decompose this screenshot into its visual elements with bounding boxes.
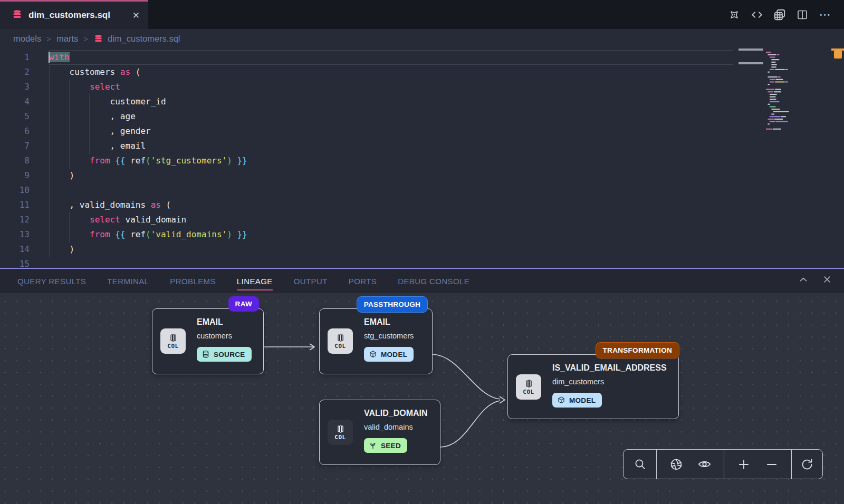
code-line[interactable]: from {{ ref('stg_customers') }} bbox=[49, 153, 733, 168]
close-icon[interactable] bbox=[822, 274, 832, 287]
minus-icon bbox=[765, 458, 779, 471]
code-brackets-icon bbox=[750, 8, 764, 22]
split-editor-icon bbox=[796, 8, 809, 21]
dbt-star-icon bbox=[728, 8, 741, 21]
lineage-toolbar bbox=[623, 449, 823, 479]
split-editor-button[interactable] bbox=[795, 7, 810, 22]
database-icon bbox=[12, 9, 23, 22]
minimap-highlight bbox=[738, 62, 763, 64]
code-line[interactable] bbox=[49, 183, 733, 198]
text-cursor bbox=[49, 52, 50, 63]
node-title: EMAIL bbox=[197, 317, 223, 327]
tab-dim-customers[interactable]: dim_customers.sql ✕ bbox=[0, 0, 148, 29]
code-line[interactable]: select valid_domain bbox=[49, 212, 733, 227]
minimap[interactable] bbox=[764, 50, 822, 142]
lineage-node-dim-customers[interactable]: TRANSFORMATION COL IS_VALID_EMAIL_ADDRES… bbox=[507, 354, 679, 419]
code-line[interactable]: , gender bbox=[49, 124, 733, 139]
code-line[interactable]: , valid_domains as ( bbox=[49, 198, 733, 212]
code-line[interactable] bbox=[49, 257, 733, 268]
cube-icon bbox=[369, 350, 377, 358]
dbt-canvas-button[interactable] bbox=[727, 7, 742, 22]
lineage-canvas[interactable]: RAW COL EMAIL customers SOURCE PASSTHROU… bbox=[0, 293, 844, 504]
tab-query-results[interactable]: QUERY RESULTS bbox=[17, 270, 86, 293]
line-number: 8 bbox=[0, 153, 30, 168]
line-number: 1 bbox=[0, 50, 30, 65]
code-line[interactable]: from {{ ref('valid_domains') }} bbox=[49, 227, 733, 242]
tab-terminal[interactable]: TERMINAL bbox=[107, 270, 149, 293]
editor-actions: ⋯ bbox=[727, 0, 832, 29]
tab-close-icon[interactable]: ✕ bbox=[132, 11, 140, 20]
tab-bar: dim_customers.sql ✕ ⋯ bbox=[0, 0, 844, 29]
code-line[interactable]: ) bbox=[49, 242, 733, 257]
code-line[interactable]: with bbox=[49, 50, 733, 65]
snapshot-button[interactable] bbox=[667, 455, 685, 473]
breadcrumb-marts[interactable]: marts bbox=[56, 34, 78, 44]
tag-raw: RAW bbox=[228, 296, 259, 312]
cube-icon bbox=[557, 396, 565, 404]
node-subtitle: dim_customers bbox=[552, 377, 604, 386]
tab-lineage[interactable]: LINEAGE bbox=[237, 270, 273, 293]
code-content[interactable]: with customers as ( select customer_id ,… bbox=[49, 50, 733, 268]
code-line[interactable]: select bbox=[49, 80, 733, 94]
code-line[interactable]: ) bbox=[49, 168, 733, 183]
line-number: 10 bbox=[0, 183, 30, 198]
tab-debug-console[interactable]: DEBUG CONSOLE bbox=[398, 270, 469, 293]
magnifier-icon bbox=[634, 458, 647, 471]
line-number: 4 bbox=[0, 94, 30, 109]
lineage-node-stg-customers[interactable]: PASSTHROUGH COL EMAIL stg_customers MODE… bbox=[319, 308, 433, 374]
line-number: 11 bbox=[0, 198, 30, 212]
visibility-button[interactable] bbox=[695, 455, 713, 473]
code-editor[interactable]: 123456789101112131415 with customers as … bbox=[0, 49, 844, 268]
lineage-node-valid-domains[interactable]: COL VALID_DOMAIN valid_domains SEED bbox=[319, 400, 440, 465]
node-subtitle: customers bbox=[197, 332, 232, 340]
tab-output[interactable]: OUTPUT bbox=[294, 270, 328, 293]
sprout-icon bbox=[369, 441, 377, 450]
zoom-in-button[interactable] bbox=[735, 455, 753, 473]
column-icon: COL bbox=[328, 328, 353, 354]
code-line[interactable]: customer_id bbox=[49, 94, 733, 109]
line-number-gutter: 123456789101112131415 bbox=[0, 50, 30, 268]
node-title: IS_VALID_EMAIL_ADDRESS bbox=[552, 363, 667, 373]
tab-problems[interactable]: PROBLEMS bbox=[170, 270, 216, 293]
chevron-up-icon[interactable] bbox=[798, 274, 809, 287]
refresh-icon bbox=[800, 458, 814, 471]
search-button[interactable] bbox=[631, 455, 649, 473]
column-icon: COL bbox=[516, 374, 541, 400]
database-icon bbox=[93, 34, 103, 44]
zoom-out-button[interactable] bbox=[763, 455, 781, 473]
code-line[interactable]: , email bbox=[49, 139, 733, 153]
node-subtitle: valid_domains bbox=[364, 423, 413, 431]
breadcrumb-separator: > bbox=[83, 34, 88, 43]
line-number: 2 bbox=[0, 65, 30, 80]
breadcrumb-file[interactable]: dim_customers.sql bbox=[93, 34, 180, 44]
node-subtitle: stg_customers bbox=[364, 332, 414, 340]
code-line[interactable]: customers as ( bbox=[49, 65, 733, 80]
copy-table-button[interactable] bbox=[772, 7, 787, 22]
copy-table-icon bbox=[773, 8, 787, 22]
seed-badge: SEED bbox=[364, 438, 407, 453]
plus-icon bbox=[737, 458, 751, 471]
breadcrumb-separator: > bbox=[46, 34, 51, 43]
node-title: VALID_DOMAIN bbox=[364, 409, 428, 418]
refresh-button[interactable] bbox=[798, 455, 816, 473]
line-number: 9 bbox=[0, 168, 30, 183]
panel-actions bbox=[798, 268, 832, 293]
tab-ports[interactable]: PORTS bbox=[349, 270, 377, 293]
lineage-node-customers[interactable]: RAW COL EMAIL customers SOURCE bbox=[152, 308, 264, 374]
line-number: 3 bbox=[0, 80, 30, 94]
more-actions-button[interactable]: ⋯ bbox=[818, 7, 832, 22]
tag-transformation: TRANSFORMATION bbox=[596, 342, 679, 358]
line-number: 6 bbox=[0, 124, 30, 139]
bottom-panel-tabs: QUERY RESULTS TERMINAL PROBLEMS LINEAGE … bbox=[0, 268, 844, 293]
node-title: EMAIL bbox=[364, 317, 390, 327]
line-number: 7 bbox=[0, 139, 30, 153]
model-badge: MODEL bbox=[364, 347, 414, 362]
breadcrumb-models[interactable]: models bbox=[13, 34, 41, 44]
line-number: 15 bbox=[0, 257, 30, 268]
code-view-button[interactable] bbox=[750, 7, 764, 22]
scroll-marker bbox=[834, 51, 842, 59]
code-line[interactable]: , age bbox=[49, 109, 733, 124]
line-number: 14 bbox=[0, 242, 30, 257]
eye-icon bbox=[697, 457, 712, 471]
minimap-highlight bbox=[738, 49, 763, 51]
